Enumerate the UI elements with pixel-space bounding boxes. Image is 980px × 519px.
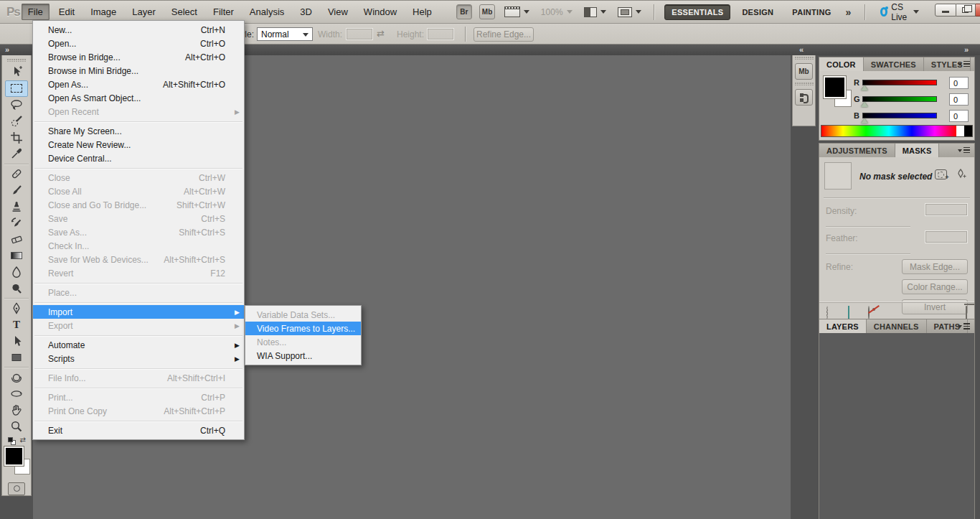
- tab-channels[interactable]: CHANNELS: [867, 319, 927, 333]
- apply-mask-icon[interactable]: [848, 307, 849, 319]
- add-pixel-mask-button[interactable]: +: [933, 168, 948, 181]
- menu-select[interactable]: Select: [165, 4, 204, 20]
- channel-slider-handle[interactable]: [861, 85, 868, 90]
- arrange-documents-dropdown[interactable]: [584, 7, 606, 17]
- tab-layers[interactable]: LAYERS: [819, 319, 867, 333]
- black-swatch[interactable]: [964, 126, 972, 136]
- expand-icon-dock-icon[interactable]: «: [799, 45, 803, 54]
- refine-edge-button[interactable]: Refine Edge...: [473, 27, 534, 42]
- density-slider[interactable]: [826, 226, 910, 227]
- hue-ramp[interactable]: [821, 126, 956, 136]
- add-vector-mask-button[interactable]: [953, 168, 969, 181]
- menu-item-save-for-web-devices[interactable]: Save for Web & Devices...Alt+Shift+Ctrl+…: [33, 253, 244, 266]
- menu-edit[interactable]: Edit: [52, 4, 81, 20]
- foreground-color-swatch[interactable]: [4, 446, 24, 466]
- menu-item-automate[interactable]: Automate▶: [33, 338, 244, 352]
- channel-slider-track[interactable]: [862, 96, 937, 102]
- menu-view[interactable]: View: [321, 4, 354, 20]
- tab-adjustments[interactable]: ADJUSTMENTS: [819, 144, 895, 157]
- collapse-panel-dock-icon[interactable]: »: [964, 45, 968, 54]
- tool-type[interactable]: T: [5, 317, 28, 333]
- load-selection-from-mask-icon[interactable]: [826, 307, 828, 319]
- mask-edge-button[interactable]: Mask Edge...: [902, 259, 968, 274]
- menu-item-notes[interactable]: Notes...: [245, 335, 361, 349]
- color-spectrum-ramp[interactable]: [821, 125, 973, 137]
- dock-panel-button[interactable]: [795, 89, 813, 106]
- menu-item-place[interactable]: Place...: [33, 286, 244, 299]
- launch-mini-bridge-button[interactable]: Mb: [479, 4, 495, 19]
- tool-dodge[interactable]: [5, 280, 28, 296]
- foreground-color-swatch[interactable]: [824, 76, 846, 98]
- menu-item-open-as[interactable]: Open As...Alt+Shift+Ctrl+O: [33, 78, 244, 91]
- launch-bridge-button[interactable]: Br: [456, 4, 472, 19]
- menu-item-close-and-go-to-bridge[interactable]: Close and Go To Bridge...Shift+Ctrl+W: [33, 198, 244, 212]
- menu-item-new[interactable]: New...Ctrl+N: [33, 23, 244, 37]
- menu-filter[interactable]: Filter: [207, 4, 240, 20]
- tool-crop[interactable]: [5, 129, 28, 146]
- panel-menu-icon[interactable]: [958, 322, 971, 330]
- zoom-level-dropdown[interactable]: 100%: [541, 7, 573, 17]
- panel-menu-icon[interactable]: [958, 146, 971, 154]
- swap-width-height-icon[interactable]: ⇄: [377, 28, 385, 39]
- menu-item-variable-data-sets[interactable]: Variable Data Sets...: [245, 308, 361, 322]
- tool-clone-stamp[interactable]: [5, 198, 28, 215]
- panel-grip[interactable]: [7, 59, 26, 62]
- tab-color[interactable]: COLOR: [819, 57, 864, 71]
- menu-item-scripts[interactable]: Scripts▶: [33, 352, 244, 365]
- tool-spot-healing-brush[interactable]: [5, 166, 28, 182]
- menu-item-open-as-smart-object[interactable]: Open As Smart Object...: [33, 91, 244, 105]
- menu-image[interactable]: Image: [84, 4, 123, 20]
- mini-bridge-panel-button[interactable]: Mb: [795, 63, 813, 80]
- menu-item-file-info[interactable]: File Info...Alt+Shift+Ctrl+I: [33, 371, 244, 385]
- tool-pen[interactable]: [5, 300, 28, 317]
- menu-file[interactable]: File: [22, 4, 50, 20]
- tool-3d-object-rotate[interactable]: [5, 369, 28, 385]
- menu-item-video-frames-to-layers[interactable]: Video Frames to Layers...: [245, 322, 361, 335]
- tool-eraser[interactable]: [5, 231, 28, 248]
- quick-mask-mode-button[interactable]: [8, 482, 25, 495]
- menu-item-check-in[interactable]: Check In...: [33, 239, 244, 253]
- tool-quick-selection[interactable]: [5, 113, 28, 129]
- collapse-toolbox-icon[interactable]: »: [5, 45, 9, 54]
- tool-3d-orbit[interactable]: [5, 385, 28, 402]
- tool-lasso[interactable]: [5, 97, 28, 113]
- channel-slider-handle[interactable]: [861, 102, 868, 107]
- style-select[interactable]: Normal: [257, 27, 313, 41]
- menu-item-wia-support[interactable]: WIA Support...: [245, 349, 361, 363]
- menu-item-print[interactable]: Print...Ctrl+P: [33, 391, 244, 404]
- menu-help[interactable]: Help: [406, 4, 438, 20]
- workspace-overflow-chevron-icon[interactable]: »: [843, 6, 854, 18]
- menu-item-save-as[interactable]: Save As...Shift+Ctrl+S: [33, 225, 244, 239]
- menu-item-exit[interactable]: ExitCtrl+Q: [33, 424, 244, 437]
- view-extras-dropdown[interactable]: [504, 6, 529, 17]
- tab-swatches[interactable]: SWATCHES: [864, 57, 924, 71]
- tool-zoom[interactable]: [5, 419, 28, 435]
- menu-item-close-all[interactable]: Close AllAlt+Ctrl+W: [33, 184, 244, 198]
- menu-item-browse-in-mini-bridge[interactable]: Browse in Mini Bridge...: [33, 64, 244, 78]
- delete-mask-icon[interactable]: [966, 307, 967, 319]
- tool-gradient[interactable]: [5, 248, 28, 264]
- channel-value-input[interactable]: 0: [949, 93, 969, 106]
- tool-rectangle-shape[interactable]: [5, 350, 28, 366]
- menu-layer[interactable]: Layer: [126, 4, 162, 20]
- panel-grip[interactable]: [795, 83, 814, 85]
- disable-mask-icon[interactable]: [868, 307, 870, 319]
- channel-slider-track[interactable]: [862, 80, 937, 85]
- minimize-button[interactable]: [935, 4, 956, 17]
- tab-masks[interactable]: MASKS: [895, 144, 940, 157]
- tool-brush[interactable]: [5, 182, 28, 199]
- menu-item-open-recent[interactable]: Open Recent▶: [33, 105, 244, 118]
- menu-item-browse-in-bridge[interactable]: Browse in Bridge...Alt+Ctrl+O: [33, 50, 244, 64]
- menu-item-create-new-review[interactable]: Create New Review...: [33, 138, 244, 151]
- menu-item-share-my-screen[interactable]: Share My Screen...: [33, 124, 244, 138]
- workspace-essentials-button[interactable]: ESSENTIALS: [664, 4, 730, 20]
- menu-item-device-central[interactable]: Device Central...: [33, 151, 244, 165]
- tool-path-selection[interactable]: [5, 333, 28, 350]
- menu-3d[interactable]: 3D: [293, 4, 319, 20]
- menu-item-open[interactable]: Open...Ctrl+O: [33, 37, 244, 50]
- panel-grip[interactable]: [795, 57, 814, 60]
- panel-menu-icon[interactable]: [958, 60, 971, 68]
- cs-live-button[interactable]: CS Live: [880, 2, 919, 22]
- feather-slider[interactable]: [826, 253, 910, 254]
- tool-hand[interactable]: [5, 402, 28, 419]
